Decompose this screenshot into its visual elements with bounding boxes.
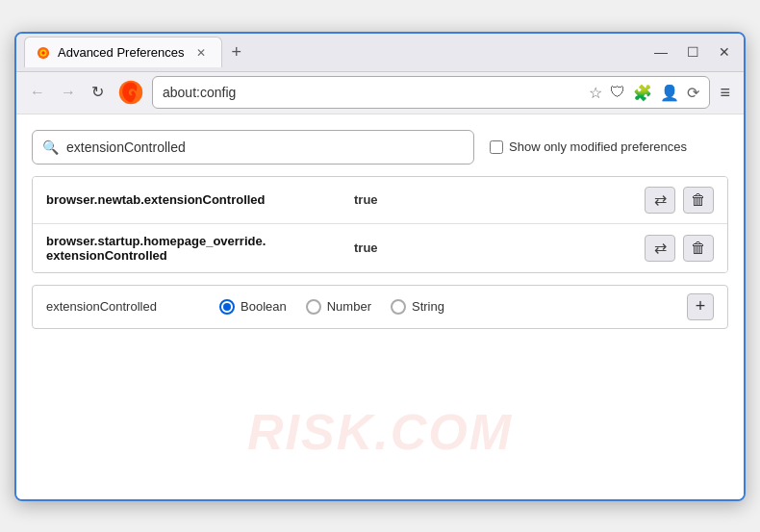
search-icon: 🔍 — [42, 139, 59, 155]
toggle-button-1[interactable]: ⇄ — [645, 187, 675, 214]
show-modified-option: Show only modified preferences — [490, 139, 687, 154]
number-radio-option[interactable]: Number — [306, 299, 371, 315]
back-button[interactable]: ← — [24, 81, 51, 104]
title-bar: Advanced Preferences ✕ + — ☐ ✕ — [16, 34, 744, 72]
number-label: Number — [327, 299, 371, 314]
delete-button-2[interactable]: 🗑 — [683, 235, 714, 262]
watermark: RISK.COM — [247, 403, 513, 461]
maximize-button[interactable]: ☐ — [681, 40, 705, 63]
extension-icon[interactable]: 🧩 — [633, 84, 652, 102]
browser-window: Advanced Preferences ✕ + — ☐ ✕ ← → ↻ abo… — [14, 32, 746, 501]
content-area: RISK.COM 🔍 Show only modified preference… — [16, 114, 744, 499]
minimize-button[interactable]: — — [648, 40, 673, 63]
boolean-radio-circle[interactable] — [219, 299, 235, 315]
pref-name-1: browser.newtab.extensionControlled — [46, 192, 354, 207]
string-label: String — [412, 299, 444, 314]
tab-title: Advanced Preferences — [58, 45, 185, 60]
forward-button[interactable]: → — [55, 81, 82, 104]
pref-actions-2: ⇄ 🗑 — [645, 235, 714, 262]
preference-search-container: 🔍 — [32, 130, 474, 165]
window-close-button[interactable]: ✕ — [713, 40, 736, 63]
address-bar[interactable]: about:config ☆ 🛡 🧩 👤 ⟳ — [152, 76, 710, 109]
profile-icon[interactable]: 👤 — [660, 84, 679, 102]
pref-value-2: true — [354, 241, 645, 255]
show-modified-label: Show only modified preferences — [509, 139, 687, 154]
show-modified-checkbox[interactable] — [490, 140, 503, 154]
search-row: 🔍 Show only modified preferences — [32, 130, 728, 165]
url-text: about:config — [163, 85, 575, 100]
search-input[interactable] — [66, 139, 464, 155]
pref-name-2: browser.startup.homepage_override. exten… — [46, 234, 354, 263]
preferences-table: browser.newtab.extensionControlled true … — [32, 176, 728, 273]
boolean-label: Boolean — [241, 299, 287, 314]
add-preference-button[interactable]: + — [687, 293, 714, 320]
svg-point-2 — [41, 51, 45, 55]
refresh-button[interactable]: ↻ — [86, 81, 110, 104]
delete-button-1[interactable]: 🗑 — [683, 187, 714, 214]
sync-icon[interactable]: ⟳ — [687, 84, 699, 102]
firefox-logo-icon — [117, 79, 144, 106]
tab-favicon-icon — [37, 46, 50, 60]
toggle-button-2[interactable]: ⇄ — [645, 235, 675, 262]
nav-bar: ← → ↻ about:config ☆ 🛡 🧩 👤 ⟳ ≡ — [16, 72, 744, 114]
pref-actions-1: ⇄ 🗑 — [645, 187, 714, 214]
shield-icon[interactable]: 🛡 — [610, 84, 625, 101]
address-icons: ☆ 🛡 🧩 👤 ⟳ — [589, 84, 699, 102]
table-row[interactable]: browser.startup.homepage_override. exten… — [33, 224, 727, 272]
tab-close-button[interactable]: ✕ — [192, 44, 210, 62]
add-preference-row: extensionControlled Boolean Number Strin… — [32, 285, 728, 329]
tab-area: Advanced Preferences ✕ + — [24, 37, 641, 67]
bookmark-icon[interactable]: ☆ — [589, 84, 602, 102]
window-controls: — ☐ ✕ — [648, 40, 736, 63]
new-pref-name: extensionControlled — [46, 299, 200, 314]
pref-value-1: true — [354, 192, 645, 207]
number-radio-circle[interactable] — [306, 299, 321, 315]
type-radio-group: Boolean Number String — [219, 299, 668, 315]
string-radio-option[interactable]: String — [391, 299, 444, 315]
boolean-radio-option[interactable]: Boolean — [219, 299, 287, 315]
table-row[interactable]: browser.newtab.extensionControlled true … — [33, 177, 727, 224]
active-tab[interactable]: Advanced Preferences ✕ — [24, 37, 222, 67]
string-radio-circle[interactable] — [391, 299, 406, 315]
hamburger-menu-button[interactable]: ≡ — [714, 79, 736, 107]
new-tab-button[interactable]: + — [226, 43, 248, 61]
